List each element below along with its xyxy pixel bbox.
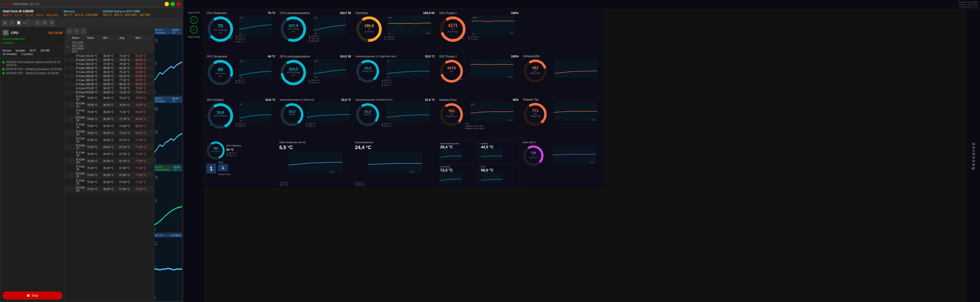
row-checkbox <box>67 179 72 185</box>
table-row[interactable]: E-Core 16 76,00 °C 34,00 °C 67,24 °C 77,… <box>65 136 153 144</box>
row-checkbox <box>67 87 72 90</box>
table-row[interactable]: P-Core 6 88,00 °C 34,00 °C 77,65 °C 87,0… <box>65 78 153 82</box>
ddc-pump1-title: DDC Pumpe 1 <box>439 11 457 14</box>
table-row[interactable]: E-Core 13 78,00 °C 35,00 °C 71,78 °C 80,… <box>65 115 153 122</box>
toolbar-grid-icon[interactable]: ⊞ <box>2 20 8 26</box>
table-row[interactable]: E-Core 22 75,00 °C 35,00 °C 67,89 °C 77,… <box>65 179 153 185</box>
cpu-group-header[interactable]: ▼ CPU [#0]: Intel Core i9-13900K DTS <box>65 40 153 54</box>
svg-text:50: 50 <box>155 198 157 203</box>
table-row[interactable]: E-Core 20 76,00 °C 35,00 °C 67,85 °C 77,… <box>65 165 153 171</box>
gpu-memory-info: GPU-Memory 54 °C ▲ 56,0 °C ▼ 46,0 °C <box>226 144 241 157</box>
gehause-temp-title: Gehäusetemperatur <box>440 142 477 145</box>
profile-label: Duty <box>218 161 230 164</box>
row-avg: 81,30 °C <box>119 67 135 70</box>
table-row[interactable]: E-Core 9 78,00 °C 36,00 °C 70,33 °C 78,0… <box>65 90 153 94</box>
sensoren-label: Sensoren <box>971 142 976 170</box>
row-max: 78,00 °C <box>135 87 152 90</box>
gpu-temp-gauge: 40 GPU Core 100 <box>207 59 234 86</box>
row-name: P-Core 1 <box>72 59 87 61</box>
gpu-power-legend-0: ▲ 349,3 W <box>309 79 351 81</box>
water2-header: Wassertemperatur #2 (Mora-IN) 33,0 °C <box>280 98 351 101</box>
cpu-power-legend: ▲ 252,8 W ▼ 142,0 W Ø 229,9 W <box>309 35 351 42</box>
chart-value-1: 88,00 °C <box>172 97 181 102</box>
gpu-power-gauge-svg: 324,2 GPU-Package 370 <box>280 59 307 86</box>
table-row[interactable]: E-Core 23 75,00 °C 35,00 °C 67,86 °C 76,… <box>65 185 153 193</box>
table-row[interactable]: E-Core 8 76,00 °C 30,00 °C 70,30 °C 78,0… <box>65 86 153 90</box>
table-row[interactable]: E-Core 18 76,00 °C 34,00 °C 67,30 °C 77,… <box>65 150 153 157</box>
table-row[interactable]: E-Core 10 78,00 °C 36,00 °C 70,32 °C 78,… <box>65 94 153 101</box>
table-row[interactable]: P-Core 4 78,00 °C 39,00 °C 76,34 °C 83,0… <box>65 70 153 74</box>
water3-legend-1: ▼ 24,6 °C <box>382 125 435 127</box>
radiator-front-gauge-svg: 762 rpm Radiator-Front 0 1500 <box>439 102 464 127</box>
water2-chart-area: ▲ 33,6 °C ▼ 25,1 °C <box>306 102 351 137</box>
table-row[interactable]: P-Core 3 86,00 °C 38,00 °C 81,30 °C 87,0… <box>65 66 153 70</box>
table-row[interactable]: E-Core 21 75,00 °C 35,00 °C 67,80 °C 77,… <box>65 171 153 179</box>
row-checkbox <box>67 91 72 94</box>
radiator-front-legend: 762 Radiator Front 762 Radiator Front 15… <box>465 122 519 130</box>
svg-text:0: 0 <box>155 227 156 232</box>
gpu-hotspot-gauge-svg: 53,8 GPU-HotSpot 50 55 <box>207 102 234 129</box>
cpu-stats: 88.0 °C 1.17 V 251 W 100 % 4995 MHz <box>3 14 58 17</box>
radiator-front-legend-762: 762 <box>465 122 519 125</box>
row-checkbox <box>67 144 72 150</box>
log-dot <box>2 61 5 63</box>
svg-rect-144 <box>440 149 462 160</box>
svg-text:l/h: l/h <box>368 28 370 30</box>
gehauseluft-gauge: 482 rpm Gehäuselüfter <box>523 59 547 83</box>
table-row[interactable]: E-Core 11 78,00 °C 36,00 °C 70,33 °C 78,… <box>65 101 153 109</box>
gehauseluft-title: Gehäuselüfter <box>523 55 540 58</box>
table-row[interactable]: E-Core 12 78,00 °C 35,00 °C 71,81 °C 80,… <box>65 109 153 115</box>
table-row[interactable]: P-Core 7 88,00 °C 34,00 °C 86,31 °C 89,0… <box>65 82 153 86</box>
table-row[interactable]: E-Core 14 78,00 °C 35,00 °C 71,80 °C 80,… <box>65 122 153 129</box>
table-row[interactable]: P-Core 0 76,00 °C 36,00 °C 74,25 °C 81,0… <box>65 54 153 58</box>
toolbar-filter-icon[interactable] <box>25 20 31 26</box>
table-row[interactable]: E-Core 19 76,00 °C 34,00 °C 67,34 °C 77,… <box>65 157 153 165</box>
svg-text:4171: 4171 <box>448 23 458 28</box>
svg-rect-11 <box>154 171 182 232</box>
radiator-front-label: Radiator Front 762 <box>465 125 519 127</box>
close-button[interactable] <box>177 2 181 6</box>
svg-text:40: 40 <box>218 67 223 72</box>
row-name: E-Core 19 <box>72 158 87 164</box>
table-collapse-icon[interactable]: - <box>81 28 86 34</box>
raum-temp-cell: Raumtemperatur 24,4 °C 15 m ▲ 24,3 °C ▼ … <box>353 139 437 188</box>
row-avg: 67,89 °C <box>119 179 135 185</box>
cpu-temp-gauge-svg: 75 CPU-Package 100 50 100 <box>207 16 234 43</box>
svg-text:20: 20 <box>387 76 389 78</box>
cpu-power-value: 252,7 W <box>340 11 351 14</box>
stop-icon <box>27 294 30 297</box>
ddc-pump2-cell: DDC Pumpe 2 100% 4475 rpm 0 100% <box>437 53 521 96</box>
row-name: E-Core 18 <box>72 151 87 157</box>
delta-temp-chart: 15 m <box>279 152 352 182</box>
svg-text:100: 100 <box>240 17 243 19</box>
gpu-hotspot-chart-area: 50 40 ▲ 55,6 °C ▼ 44,9 °C <box>235 102 275 137</box>
delta-temp-value: 6,5 °C <box>279 145 352 150</box>
gpu-hotspot-header: GPU-HotSpot 53,8 °C <box>207 98 275 101</box>
memory-title: Memory <box>64 10 97 13</box>
svg-rect-1 <box>5 32 6 34</box>
table-row[interactable]: P-Core 2 82,00 °C 37,00 °C 78,65 °C 85,0… <box>65 62 153 66</box>
toolbar-list-icon[interactable]: ≡ <box>9 20 15 26</box>
table-expand-icon[interactable]: + <box>73 28 80 34</box>
mora-chart: 15 m <box>546 145 603 164</box>
svg-text:100: 100 <box>229 37 233 39</box>
row-name: E-Core 14 <box>72 123 87 129</box>
table-row[interactable]: P-Core 1 78,00 °C 39,00 °C 75,33 °C 83,0… <box>65 58 153 62</box>
table-row[interactable]: E-Core 17 76,00 °C 34,00 °C 67,26 °C 77,… <box>65 144 153 150</box>
maximize-button[interactable] <box>170 2 175 6</box>
gpu-power-header: GPU-Leistungsaufnahme 324,2 W <box>280 55 351 58</box>
filter-input[interactable] <box>20 21 37 25</box>
gpu-memory-value: 54 °C <box>226 148 234 151</box>
svg-text:40: 40 <box>387 60 389 62</box>
toolbar-refresh-icon[interactable]: ↻ <box>35 20 41 26</box>
table-view-icon[interactable]: ≡ <box>67 28 72 34</box>
toolbar-settings-icon[interactable]: ⚙ <box>49 20 55 26</box>
minimize-button[interactable] <box>165 2 169 6</box>
stop-button[interactable]: Stop <box>2 291 62 300</box>
water1-gauge: 33,0 Average Temp 20 40 <box>356 59 380 83</box>
toolbar-export-icon[interactable]: ⬆ <box>42 20 48 26</box>
table-row[interactable]: P-Core 5 86,00 °C 40,00 °C 82,23 °C 87,0… <box>65 74 153 78</box>
table-row[interactable]: E-Core 15 78,00 °C 35,00 °C 71,81 °C 80,… <box>65 129 153 136</box>
water3-gauge-svg: 31,0 Mora OUT <box>356 102 380 127</box>
gpu-power-chart: 350 200 <box>309 59 351 78</box>
